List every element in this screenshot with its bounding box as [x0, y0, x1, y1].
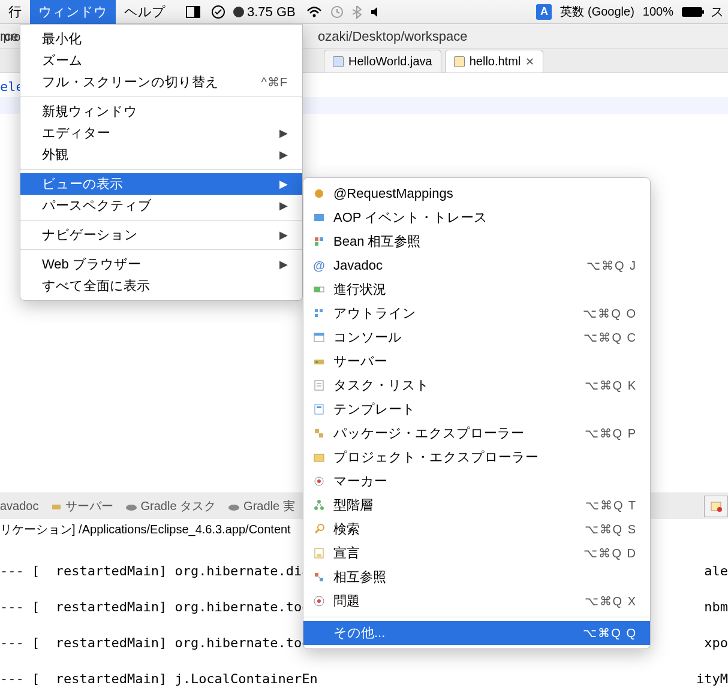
- battery-pct: 100%: [643, 5, 673, 19]
- memory-text: 3.75 GB: [247, 4, 296, 20]
- view-item-shortcut: ⌥⌘Q T: [585, 498, 637, 512]
- menu-help[interactable]: ヘルプ: [116, 0, 174, 24]
- view-item-shortcut: ⌥⌘Q X: [585, 594, 637, 608]
- view-item-task[interactable]: タスク・リスト⌥⌘Q K: [303, 373, 650, 397]
- menu-separator: [20, 96, 302, 97]
- menu-bring-all-front[interactable]: すべて全面に表示: [20, 275, 302, 297]
- ime-badge[interactable]: A: [536, 4, 552, 20]
- menu-perspective[interactable]: パースペクティブ▶: [20, 195, 302, 216]
- view-item-srv[interactable]: サーバー: [303, 349, 650, 373]
- view-item-label: コンソール: [333, 328, 576, 346]
- view-item-hier[interactable]: 型階層⌥⌘Q T: [303, 493, 650, 517]
- view-item-cons[interactable]: コンソール⌥⌘Q C: [303, 325, 650, 349]
- tab-gradle-exec[interactable]: Gradle 実: [228, 498, 295, 514]
- menu-zoom[interactable]: ズーム: [20, 50, 302, 71]
- battery-icon: [682, 7, 702, 17]
- window-menu-dropdown: 最小化 ズーム フル・スクリーンの切り替え ^⌘F 新規ウィンドウ エディター▶…: [20, 24, 303, 301]
- svg-point-24: [315, 361, 318, 363]
- svg-rect-43: [315, 573, 318, 577]
- view-item-outl[interactable]: アウトライン⌥⌘Q O: [303, 301, 650, 325]
- view-item-label: 進行状況: [333, 280, 637, 298]
- view-item-aop[interactable]: AOP イベント・トレース: [303, 206, 650, 230]
- view-item-srch[interactable]: 検索⌥⌘Q S: [303, 517, 650, 541]
- menu-show-view[interactable]: ビューの表示▶: [20, 173, 302, 195]
- close-icon[interactable]: ✕: [525, 55, 534, 68]
- view-item-prog[interactable]: 進行状況: [303, 277, 650, 301]
- panel-config-icon[interactable]: [704, 496, 728, 517]
- timemachine-icon[interactable]: [330, 5, 344, 19]
- view-item-shortcut: ⌥⌘Q K: [585, 378, 637, 393]
- view-item-label: 相互参照: [333, 568, 637, 586]
- bluetooth-icon[interactable]: [352, 5, 362, 19]
- svg-point-47: [317, 599, 321, 603]
- svg-rect-42: [317, 554, 321, 557]
- svg-point-3: [233, 7, 244, 17]
- view-item-label: Javadoc: [333, 258, 579, 273]
- tab-hello-html[interactable]: hello.html ✕: [445, 50, 544, 73]
- svg-point-4: [312, 14, 315, 17]
- svg-rect-19: [315, 314, 318, 317]
- view-item-label: アウトライン: [333, 304, 576, 322]
- menu-separator: [303, 617, 650, 617]
- view-item-label: 問題: [333, 592, 577, 610]
- view-item-bean[interactable]: Bean 相互参照: [303, 230, 650, 254]
- menu-web-browser[interactable]: Web ブラウザー▶: [20, 254, 302, 275]
- view-item-label: タスク・リスト: [333, 376, 577, 394]
- tab-gradle-tasks[interactable]: Gradle タスク: [125, 498, 216, 514]
- view-item-proj[interactable]: プロジェクト・エクスプローラー: [303, 445, 650, 469]
- view-item-other[interactable]: その他...⌥⌘Q Q: [303, 621, 650, 645]
- view-item-xref[interactable]: 相互参照: [303, 565, 650, 589]
- view-item-tmpl[interactable]: テンプレート: [303, 397, 650, 421]
- svg-point-8: [228, 505, 239, 511]
- view-item-req[interactable]: @RequestMappings: [303, 182, 650, 206]
- menu-window[interactable]: ウィンドウ: [30, 0, 116, 24]
- menu-navigation[interactable]: ナビゲーション▶: [20, 224, 302, 246]
- task-check-icon[interactable]: [211, 5, 225, 19]
- window-mode-icon[interactable]: [186, 6, 200, 18]
- menu-new-window[interactable]: 新規ウィンドウ: [20, 101, 302, 122]
- view-item-label: テンプレート: [333, 400, 637, 418]
- svg-point-34: [317, 479, 321, 483]
- svg-rect-12: [314, 214, 324, 221]
- view-item-mark[interactable]: マーカー: [303, 469, 650, 493]
- menu-fullscreen-toggle[interactable]: フル・スクリーンの切り替え ^⌘F: [20, 71, 302, 93]
- menu-separator: [20, 169, 302, 170]
- decl-icon: [312, 546, 326, 560]
- view-item-label: 検索: [333, 520, 577, 538]
- svg-rect-18: [315, 309, 318, 312]
- show-view-submenu: @RequestMappingsAOP イベント・トレースBean 相互参照@J…: [303, 177, 651, 649]
- hier-icon: [312, 498, 326, 512]
- view-item-decl[interactable]: 宣言⌥⌘Q D: [303, 541, 650, 565]
- view-item-shortcut: ⌥⌘Q P: [585, 426, 637, 440]
- svg-point-7: [126, 505, 137, 511]
- view-item-shortcut: ⌥⌘Q Q: [583, 626, 637, 640]
- menu-minimize[interactable]: 最小化: [20, 28, 302, 50]
- svg-rect-32: [314, 454, 324, 461]
- view-item-label: 宣言: [333, 544, 576, 562]
- at-icon: @: [312, 258, 326, 273]
- tab-label: hello.html: [470, 55, 521, 68]
- tab-helloworld-java[interactable]: HelloWorld.java: [324, 50, 441, 73]
- ime-label[interactable]: 英数 (Google): [560, 4, 634, 20]
- svg-rect-17: [314, 287, 320, 292]
- srch-icon: [312, 522, 326, 536]
- svg-rect-14: [320, 237, 323, 241]
- view-item-label: パッケージ・エクスプローラー: [333, 424, 577, 442]
- tab-javadoc[interactable]: avadoc: [0, 499, 39, 513]
- view-item-at[interactable]: @Javadoc⌥⌘Q J: [303, 254, 650, 277]
- view-item-pkg[interactable]: パッケージ・エクスプローラー⌥⌘Q P: [303, 421, 650, 445]
- menu-appearance[interactable]: 外観▶: [20, 144, 302, 165]
- svg-point-10: [717, 507, 722, 512]
- view-item-prob[interactable]: 問題⌥⌘Q X: [303, 589, 650, 613]
- wifi-icon[interactable]: [306, 6, 322, 18]
- view-item-label: プロジェクト・エクスプローラー: [333, 448, 637, 466]
- xref-icon: [312, 570, 326, 584]
- pkg-icon: [312, 426, 326, 440]
- svg-point-40: [318, 524, 324, 530]
- volume-icon[interactable]: [370, 6, 382, 18]
- tab-servers[interactable]: サーバー: [51, 498, 113, 514]
- cons-icon: [312, 330, 326, 345]
- menu-editor[interactable]: エディター▶: [20, 122, 302, 144]
- svg-rect-25: [315, 381, 323, 390]
- view-item-label: サーバー: [333, 352, 637, 370]
